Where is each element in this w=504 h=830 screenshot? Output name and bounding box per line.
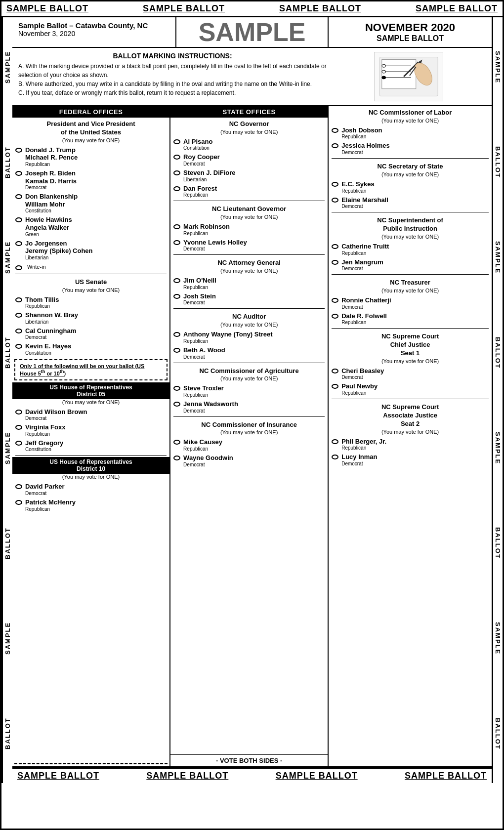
tillis-oval[interactable] (15, 297, 22, 302)
pisano-oval[interactable] (173, 139, 180, 144)
cunningham-oval[interactable] (15, 329, 22, 333)
berger-party: Republican (341, 445, 386, 451)
president-write-in-oval[interactable] (15, 265, 22, 270)
newby-name: Paul Newby (341, 382, 378, 390)
street-oval[interactable] (173, 332, 180, 337)
sykes-oval[interactable] (332, 182, 338, 187)
forest-name: Dan Forest (183, 185, 217, 193)
inman-oval[interactable] (332, 455, 338, 459)
main-content: Sample Ballot – Catawba County, NC Novem… (12, 17, 492, 783)
oneill-name: Jim O'Neill (183, 277, 216, 285)
stein-entry: Josh Stein Democrat (170, 291, 328, 307)
beasley-party: Democrat (341, 374, 384, 380)
house-notice-box: Only 1 of the following will be on your … (14, 359, 168, 380)
goodwin-name: Wayne Goodwin (183, 454, 233, 462)
nc-governor-title: NC Governor (170, 118, 328, 129)
dobson-oval[interactable] (332, 128, 338, 133)
mangrum-name: Jen Mangrum (341, 258, 383, 266)
bray-entry: Shannon W. Bray Libertarian (12, 310, 169, 326)
jorgensen-oval[interactable] (15, 241, 22, 246)
hayes-party: Constitution (25, 350, 71, 356)
holmes-name: Jessica Holmes (341, 142, 390, 150)
hand-pen-svg (375, 52, 443, 101)
sykes-party: Republican (341, 188, 375, 194)
holley-party: Democrat (183, 246, 247, 252)
blankenship-oval[interactable] (15, 194, 22, 199)
vote-both-sides: - VOTE BOTH SIDES - (170, 754, 328, 766)
hawkins-entry: Howie HawkinsAngela Walker Green (12, 215, 169, 238)
mchenry-party: Republican (25, 506, 76, 512)
parker-oval[interactable] (15, 484, 22, 489)
instructions-text: BALLOT MARKING INSTRUCTIONS: A. With the… (18, 52, 327, 97)
chatterji-oval[interactable] (332, 298, 338, 303)
cunningham-party: Democrat (25, 334, 76, 340)
forest-oval[interactable] (173, 186, 180, 191)
goodwin-oval[interactable] (173, 456, 180, 460)
november-title: NOVEMBER 2020 (335, 21, 486, 34)
troxler-oval[interactable] (173, 386, 180, 391)
oneill-oval[interactable] (173, 278, 180, 283)
tillis-entry: Thom Tillis Republican (12, 295, 169, 311)
biden-oval[interactable] (15, 171, 22, 176)
header-section: Sample Ballot – Catawba County, NC Novem… (12, 17, 492, 48)
divider-1 (15, 274, 167, 274)
wood-oval[interactable] (173, 348, 180, 353)
hawkins-name: Howie HawkinsAngela Walker (25, 216, 72, 231)
pisano-name: Al Pisano (183, 138, 212, 146)
bray-oval[interactable] (15, 313, 22, 318)
holmes-oval[interactable] (332, 143, 338, 148)
newby-oval[interactable] (332, 384, 338, 389)
beasley-oval[interactable] (332, 369, 338, 374)
wadsworth-oval[interactable] (173, 402, 180, 407)
gregory-entry: Jeff Gregory Constitution (12, 438, 169, 454)
pisano-entry: Al Pisano Constitution (170, 137, 328, 153)
header-left: Sample Ballot – Catawba County, NC Novem… (12, 17, 176, 47)
ballot-marking-image (374, 52, 443, 101)
blankenship-party: Constitution (25, 208, 78, 214)
berger-entry: Phil Berger, Jr. Republican (329, 437, 492, 453)
nc-agriculture-instruction: (You may vote for ONE) (170, 375, 328, 383)
blankenship-name: Don BlankenshipWilliam Mohr (25, 193, 78, 208)
hayes-oval[interactable] (15, 344, 22, 349)
state-offices-header: STATE OFFICES (170, 106, 328, 118)
mchenry-oval[interactable] (15, 500, 22, 505)
folwell-oval[interactable] (332, 314, 338, 319)
brown-oval[interactable] (15, 410, 22, 415)
left-side-banner: BALLOT SAMPLE BALLOT SAMPLE BALLOT SAMPL… (1, 17, 12, 783)
holley-oval[interactable] (173, 240, 180, 245)
holmes-party: Democrat (341, 150, 390, 156)
truitt-party: Republican (341, 250, 389, 256)
bottom-banner-label-4: SAMPLE BALLOT (405, 771, 487, 781)
robinson-oval[interactable] (173, 224, 180, 229)
cunningham-entry: Cal Cunningham Democrat (12, 326, 169, 342)
president-write-in: Write-in (12, 262, 169, 272)
federal-offices-column: FEDERAL OFFICES President and Vice Presi… (12, 106, 170, 766)
stein-oval[interactable] (173, 294, 180, 299)
divider-7 (173, 416, 325, 417)
hawkins-oval[interactable] (15, 217, 22, 222)
jorgensen-name: Jo JorgensenJeremy (Spike) Cohen (25, 240, 93, 255)
bottom-banner-label-2: SAMPLE BALLOT (146, 771, 228, 781)
truitt-oval[interactable] (332, 244, 338, 249)
nc-treasurer-title: NC Treasurer (329, 276, 492, 288)
gregory-oval[interactable] (15, 441, 22, 446)
bottom-banner-label-1: SAMPLE BALLOT (17, 771, 99, 781)
difiore-oval[interactable] (173, 170, 180, 175)
wood-entry: Beth A. Wood Democrat (170, 345, 328, 361)
wadsworth-name: Jenna Wadsworth (183, 400, 238, 408)
house-10-header: US House of RepresentativesDistrict 10 (12, 457, 169, 474)
marshall-oval[interactable] (332, 198, 338, 203)
cooper-oval[interactable] (173, 155, 180, 160)
cooper-entry: Roy Cooper Democrat (170, 152, 328, 168)
foxx-oval[interactable] (15, 425, 22, 430)
marshall-name: Elaine Marshall (341, 196, 388, 204)
causey-oval[interactable] (173, 440, 180, 445)
nc-insurance-title: NC Commissioner of Insurance (170, 418, 328, 430)
divider-11 (332, 328, 489, 329)
trump-oval[interactable] (15, 148, 22, 153)
trump-name: Donald J. TrumpMichael R. Pence (25, 146, 78, 162)
troxler-entry: Steve Troxler Republican (170, 383, 328, 399)
berger-oval[interactable] (332, 439, 338, 444)
mangrum-oval[interactable] (332, 260, 338, 265)
beasley-name: Cheri Beasley (341, 367, 384, 375)
